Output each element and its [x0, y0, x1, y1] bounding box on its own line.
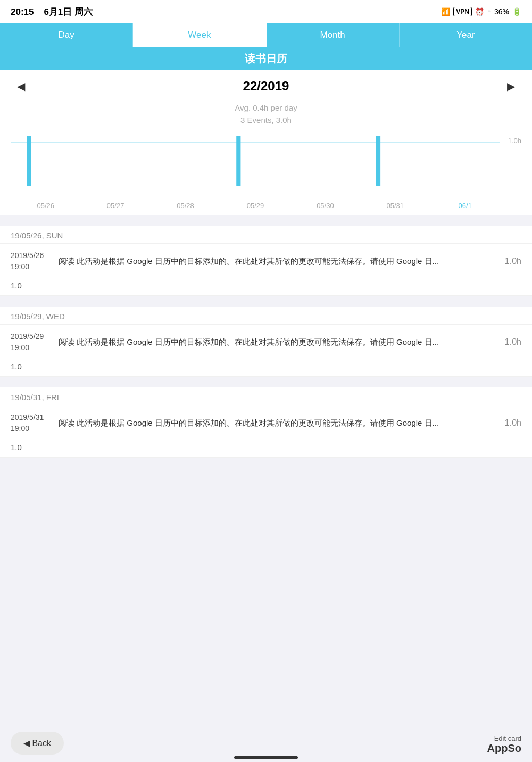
next-week-button[interactable]: ▶: [501, 78, 521, 95]
edit-card-label: Edit card: [487, 734, 521, 742]
tab-year[interactable]: Year: [400, 23, 532, 47]
svg-rect-2: [376, 136, 380, 186]
stats-section: Avg. 0.4h per day 3 Events, 3.0h: [0, 102, 532, 130]
event-desc-0526: 阅读 此活动是根据 Google 日历中的目标添加的。在此处对其所做的更改可能无…: [53, 256, 495, 267]
status-bar: 20:15 6月1日 周六 📶 VPN ⏰ ↑ 36% 🔋: [0, 0, 532, 23]
event-datetime-0531: 2019/5/31 19:00: [11, 412, 53, 434]
event-score-0531: 1.0: [0, 441, 532, 458]
svg-rect-0: [27, 136, 31, 186]
event-datetime-0529: 2019/5/29 19:00: [11, 331, 53, 353]
x-label-0531: 05/31: [360, 202, 430, 210]
x-label-0528: 05/28: [151, 202, 220, 210]
chart-svg: [11, 130, 500, 189]
bottom-spacer: [0, 458, 532, 521]
section-gap-3: [0, 377, 532, 387]
event-row-0526[interactable]: 2019/5/26 19:00 阅读 此活动是根据 Google 日历中的目标添…: [0, 243, 532, 279]
event-desc-0531: 阅读 此活动是根据 Google 日历中的目标添加的。在此处对其所做的更改可能无…: [53, 418, 495, 428]
stats-avg: Avg. 0.4h per day: [0, 102, 532, 114]
day-group-0529: 19/05/29, WED 2019/5/29 19:00 阅读 此活动是根据 …: [0, 307, 532, 377]
x-label-0527: 05/27: [80, 202, 150, 210]
battery-icon: 🔋: [512, 7, 521, 16]
tab-week[interactable]: Week: [133, 23, 266, 47]
chart-inner: 1.0h: [11, 130, 521, 200]
status-date: 6月1日 周六: [44, 7, 93, 17]
event-duration-0529: 1.0h: [495, 337, 521, 347]
event-time-0526: 19:00: [11, 262, 29, 271]
event-duration-0526: 1.0h: [495, 256, 521, 266]
event-row-0531[interactable]: 2019/5/31 19:00 阅读 此活动是根据 Google 日历中的目标添…: [0, 405, 532, 441]
section-gap-1: [0, 215, 532, 226]
event-date-0531: 2019/5/31: [11, 413, 44, 421]
chart-y-label: 1.0h: [508, 137, 521, 145]
day-header-0526: 19/05/26, SUN: [0, 226, 532, 243]
event-duration-0531: 1.0h: [495, 418, 521, 428]
x-label-0601: 06/1: [430, 202, 500, 210]
event-date-0526: 2019/5/26: [11, 251, 44, 260]
tab-month[interactable]: Month: [267, 23, 400, 47]
x-label-0526: 05/26: [11, 202, 80, 210]
events-list: 19/05/26, SUN 2019/5/26 19:00 阅读 此活动是根据 …: [0, 215, 532, 458]
header-title: 读书日历: [245, 52, 287, 66]
bottom-bar: ◀ Back Edit card AppSo: [0, 719, 532, 762]
header-bar: 读书日历: [0, 47, 532, 70]
day-group-0531: 19/05/31, FRI 2019/5/31 19:00 阅读 此活动是根据 …: [0, 387, 532, 458]
event-date-0529: 2019/5/29: [11, 332, 44, 341]
event-score-0529: 1.0: [0, 360, 532, 377]
status-time-date: 20:15 6月1日 周六: [11, 6, 93, 18]
back-button[interactable]: ◀ Back: [11, 732, 64, 755]
tab-day[interactable]: Day: [0, 23, 133, 47]
appso-logo-label: AppSo: [487, 742, 521, 754]
home-indicator: [234, 756, 298, 759]
day-header-0529: 19/05/29, WED: [0, 307, 532, 324]
event-desc-0529: 阅读 此活动是根据 Google 日历中的目标添加的。在此处对其所做的更改可能无…: [53, 337, 495, 347]
week-nav: ◀ 22/2019 ▶: [0, 70, 532, 102]
status-icons: 📶 VPN ⏰ ↑ 36% 🔋: [441, 7, 521, 16]
chart-x-labels: 05/26 05/27 05/28 05/29 05/30 05/31 06/1: [11, 202, 521, 210]
svg-rect-1: [236, 136, 240, 186]
chart-container: 1.0h 05/26 05/27 05/28 05/29 05/30 05/31…: [0, 130, 532, 215]
day-group-0526: 19/05/26, SUN 2019/5/26 19:00 阅读 此活动是根据 …: [0, 226, 532, 296]
tab-bar: Day Week Month Year: [0, 23, 532, 47]
event-time-0531: 19:00: [11, 424, 29, 433]
vpn-badge: VPN: [453, 7, 472, 16]
event-time-0529: 19:00: [11, 343, 29, 352]
status-time: 20:15: [11, 7, 34, 17]
x-label-0530: 05/30: [290, 202, 360, 210]
prev-week-button[interactable]: ◀: [11, 78, 31, 95]
battery-pct: 36%: [494, 7, 509, 16]
appso-brand: Edit card AppSo: [487, 734, 521, 755]
stats-events: 3 Events, 3.0h: [0, 114, 532, 127]
wifi-icon: 📶: [441, 7, 450, 16]
event-score-0526: 1.0: [0, 279, 532, 296]
x-label-0529: 05/29: [220, 202, 290, 210]
event-row-0529[interactable]: 2019/5/29 19:00 阅读 此活动是根据 Google 日历中的目标添…: [0, 324, 532, 360]
event-datetime-0526: 2019/5/26 19:00: [11, 250, 53, 272]
week-title: 22/2019: [243, 79, 289, 94]
signal-icon: ↑: [487, 7, 491, 16]
section-gap-2: [0, 296, 532, 307]
day-header-0531: 19/05/31, FRI: [0, 387, 532, 405]
alarm-icon: ⏰: [475, 7, 484, 16]
